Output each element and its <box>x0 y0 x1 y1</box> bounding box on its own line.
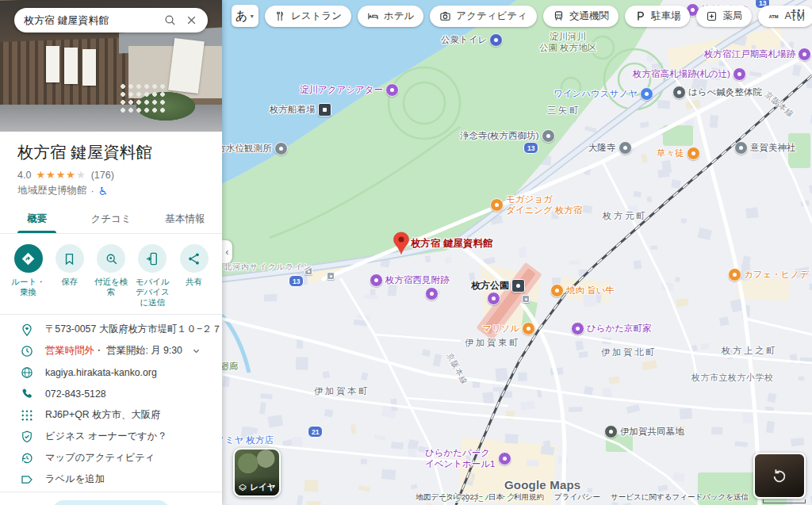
food-icon <box>490 198 504 212</box>
google-maps-app: 枚方宿 鍵屋資料館 枚方宿 鍵屋資料館 4.0 ★★★★★ (176) 地域歴史… <box>0 0 812 505</box>
chip-parkingP[interactable]: 駐車場 <box>625 6 691 27</box>
phone-row[interactable]: 072-843-5128 <box>0 383 222 404</box>
map-poi-attraction[interactable]: 淀川アクアシアター <box>300 83 399 97</box>
address-row[interactable]: 〒573-0057 大阪府枚方市堤町１０−２７ <box>0 319 222 340</box>
star-icon: ★ <box>46 169 56 181</box>
photo-banner <box>82 49 96 86</box>
website-row[interactable]: kagiya.hirakata-kanko.org <box>0 362 222 383</box>
street-view-button[interactable] <box>753 453 806 499</box>
save-button[interactable]: 保存 <box>49 244 90 308</box>
input-method-button[interactable]: あ▼ <box>232 5 259 27</box>
search-nearby-button[interactable]: 付近を検索 <box>91 244 132 308</box>
map-poi-food[interactable]: モガジョガダイニング 枚方宿 <box>490 194 583 216</box>
photo-banner <box>64 48 78 84</box>
map-poi-cemetery[interactable]: 伊加賀共同墓地 <box>604 425 684 438</box>
map-poi-harbor[interactable]: 枚方船着場 <box>270 103 331 117</box>
map-poi-temple[interactable]: 大隆寺 <box>588 141 632 155</box>
event-icon <box>498 452 511 465</box>
map-layers-button[interactable]: レイヤ <box>233 448 281 497</box>
place-photo[interactable]: 枚方宿 鍵屋資料館 <box>0 0 222 132</box>
rotate-view-icon <box>771 467 788 484</box>
chip-pharmacy[interactable]: 薬局 <box>696 6 752 27</box>
category-chips: レストランホテルアクティビティ交通機関駐車場薬局ATMATM <box>265 6 812 27</box>
tab-overview[interactable]: 概要 <box>0 206 74 233</box>
map-poi-toilet[interactable]: 公衆トイレ <box>441 33 503 47</box>
add-label-row[interactable]: ラベルを追加 <box>0 469 222 490</box>
place-panel: 枚方宿 鍵屋資料館 枚方宿 鍵屋資料館 4.0 ★★★★★ (176) 地域歴史… <box>0 0 222 505</box>
map-poi-food[interactable]: 草々徒 <box>657 147 700 160</box>
shrine-icon <box>734 141 748 155</box>
historic-icon <box>733 67 746 81</box>
collapse-panel-button[interactable]: ‹ <box>222 240 232 263</box>
map-poi-historic[interactable]: 枚方宿西見附跡 <box>370 274 450 287</box>
tab-reviews[interactable]: クチコミ <box>74 206 147 233</box>
chip-restaurant[interactable]: レストラン <box>265 6 351 27</box>
map-poi-lodging[interactable]: ひらかた京町家 <box>571 322 652 335</box>
map-poi-shrine[interactable]: 意賀美神社 <box>734 141 796 155</box>
place-details: 〒573-0057 大阪府枚方市堤町１０−２７営業時間外 ・ 営業開始: 月 9… <box>0 315 222 492</box>
plus-code-row[interactable]: RJ6P+QR 枚方市、大阪府 <box>0 404 222 426</box>
map-label: 北河内サイクルライン <box>224 262 312 272</box>
map-poi-wine[interactable]: ワインハウスサノヤ <box>553 87 653 101</box>
rating-row[interactable]: 4.0 ★★★★★ (176) <box>17 169 205 181</box>
tab-about[interactable]: 基本情報 <box>148 206 222 233</box>
map-canvas[interactable]: 淀川資料館枚方宿江戸期高札場跡枚方宿高札場跡(札の辻)公衆トイレ淀川河川公園 枚… <box>222 0 812 505</box>
map-poi-busstop <box>327 272 335 280</box>
food-icon <box>522 322 535 335</box>
place-pin[interactable] <box>393 231 410 255</box>
chevron-down-icon[interactable] <box>190 345 202 357</box>
wine-icon <box>640 87 653 101</box>
map-poi-gauge[interactable]: 枚方水位観測所 <box>222 142 288 155</box>
claim-business-row[interactable]: ビジネス オーナーですか？ <box>0 426 222 447</box>
share-button[interactable]: 共有 <box>174 244 214 308</box>
harbor-icon <box>318 103 331 117</box>
search-input[interactable]: 枚方宿 鍵屋資料館 <box>24 13 155 28</box>
camera-icon <box>439 10 451 22</box>
apps-grid-icon[interactable] <box>791 8 804 21</box>
map-poi-historic[interactable]: 枚方宿高札場跡(札の辻) <box>633 67 746 81</box>
map-poi-food[interactable]: 焼肉 旨い牛 <box>550 284 615 297</box>
directions-button[interactable]: ルート・乗換 <box>8 244 48 308</box>
attribution-item[interactable]: サービスに関するフィードバックを送信 <box>611 492 749 503</box>
category-label[interactable]: 地域歴史博物館 <box>17 184 87 197</box>
map-label: 伊加賀本町 <box>314 386 370 397</box>
search-icon[interactable] <box>163 13 177 27</box>
hotel-icon <box>367 10 379 22</box>
map-poi-cafe[interactable]: カフェ・ヒノデ <box>728 268 809 281</box>
chip-camera[interactable]: アクティビティ <box>430 6 537 27</box>
dot-separator: · <box>91 186 94 197</box>
map-label: 三矢町 <box>547 105 580 117</box>
map-poi-health[interactable]: はらぺ鍼灸整体院 <box>672 86 762 99</box>
map-poi-lodging[interactable] <box>425 287 439 300</box>
pluscode-icon <box>20 408 34 423</box>
map-poi-event[interactable]: ひらかたパークイベントホール1 <box>425 448 511 470</box>
map-poi-temple[interactable]: 浄念寺(枚方西御坊) <box>460 129 555 143</box>
map-poi-spot[interactable] <box>487 292 500 305</box>
map-poi-train[interactable]: 枚方公園 <box>471 279 525 293</box>
map-label: 枚方上之町 <box>722 346 777 357</box>
restaurant-icon <box>274 10 286 22</box>
attribution-item[interactable]: プライバシー <box>554 492 600 503</box>
attribution-item[interactable]: 利用規約 <box>514 492 544 503</box>
search-box[interactable]: 枚方宿 鍵屋資料館 <box>14 8 208 33</box>
attribution-item[interactable]: 地図データ ©2023 <box>416 492 478 503</box>
map-poi-food[interactable]: マリソル <box>482 322 535 335</box>
suggest-edit-button[interactable]: 情報の修正を提案 <box>52 500 170 505</box>
map-activity-row[interactable]: マップのアクティビティ <box>0 447 222 469</box>
map-poi-historic[interactable]: 枚方宿江戸期高札場跡 <box>704 48 811 61</box>
map-label[interactable]: ノミヤ 枚方店 <box>222 435 274 446</box>
map-label[interactable]: 枚方宿 鍵屋資料館 <box>411 238 492 250</box>
photo-flowers <box>119 82 167 114</box>
chip-train[interactable]: 交通機関 <box>543 6 619 27</box>
map-label: 13 <box>523 142 538 154</box>
close-icon[interactable] <box>185 13 198 27</box>
hours-row[interactable]: 営業時間外 ・ 営業開始: 月 9:30 <box>0 340 222 362</box>
chip-hotel[interactable]: ホテル <box>358 6 423 27</box>
send-to-phone-button[interactable]: モバイルデバイスに送信 <box>132 244 173 308</box>
attribution-item[interactable]: 日本 <box>488 492 504 503</box>
train-icon <box>553 10 565 22</box>
map-label: 伊加賀北町 <box>601 347 657 358</box>
review-count[interactable]: (176) <box>91 170 114 181</box>
history-icon <box>20 451 34 465</box>
attraction-icon <box>385 83 399 97</box>
